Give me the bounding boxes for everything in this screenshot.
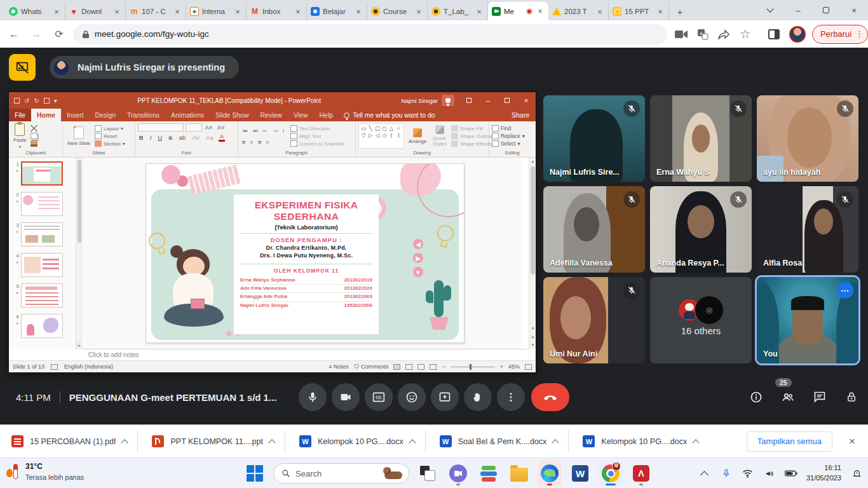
- text-shadow-button[interactable]: ab: [178, 134, 187, 141]
- participant-tile[interactable]: Adefilla Vanessa: [543, 186, 645, 273]
- download-item-docx[interactable]: WSoal Bel & Pem K....docx: [432, 431, 566, 452]
- more-options-button[interactable]: [497, 383, 525, 411]
- participant-tile[interactable]: Najmi Lufris Sire...: [543, 95, 645, 182]
- select-button[interactable]: Select▾: [492, 140, 525, 147]
- download-item-pdf[interactable]: 15 PERCOBAAN (1).pdf: [4, 431, 135, 452]
- download-menu-icon[interactable]: [552, 439, 559, 446]
- shape-fill-button[interactable]: Shape Fill: [451, 125, 492, 132]
- ppt-tab-help[interactable]: Help: [314, 109, 339, 121]
- align-text-button[interactable]: Align Text: [290, 133, 344, 139]
- captions-button[interactable]: CC: [365, 383, 393, 411]
- slideshow-icon[interactable]: [430, 364, 437, 370]
- chrome-icon[interactable]: [599, 461, 623, 486]
- task-view-button[interactable]: [416, 461, 440, 486]
- tab-internal[interactable]: ♣Interna×: [186, 3, 247, 20]
- notifications-icon[interactable]: z: [850, 467, 863, 480]
- zoom-level[interactable]: 45%: [508, 363, 520, 370]
- download-item-ppt[interactable]: PPT KELOMPOK 11....ppt: [144, 431, 281, 452]
- meeting-details-icon[interactable]: [749, 390, 764, 405]
- participant-tile[interactable]: ayu iin hidayah: [757, 95, 858, 182]
- tab-close-icon[interactable]: ×: [52, 7, 61, 17]
- replace-button[interactable]: Replace▾: [492, 133, 525, 139]
- layout-button[interactable]: Layout▾: [95, 125, 125, 132]
- tab-close-icon[interactable]: ×: [536, 6, 545, 16]
- chrome-update-button[interactable]: Perbarui ⋮: [812, 25, 868, 44]
- tab-moodle[interactable]: m107 - C×: [126, 3, 186, 20]
- profile-avatar[interactable]: [789, 26, 806, 43]
- download-menu-icon[interactable]: [409, 439, 416, 446]
- downloads-bar-close-icon[interactable]: ×: [843, 432, 862, 451]
- participant-tile[interactable]: Alfia Rosa: [757, 186, 858, 273]
- notes-toggle[interactable]: ≡ Notes: [329, 363, 348, 370]
- ppt-share-button[interactable]: Share: [512, 111, 529, 119]
- paste-button[interactable]: Paste▾: [11, 123, 28, 149]
- notes-pane[interactable]: Click to add notes: [82, 349, 529, 360]
- download-menu-icon[interactable]: [268, 439, 275, 446]
- character-spacing-button[interactable]: AV: [191, 134, 201, 141]
- tab-close-icon[interactable]: ×: [233, 7, 242, 17]
- tab-tlab[interactable]: T_Lab_×: [428, 3, 488, 20]
- normal-view-icon[interactable]: [393, 364, 400, 370]
- thumbnail-scrollbar[interactable]: ▾: [76, 158, 82, 349]
- undo-icon[interactable]: ↺: [24, 97, 29, 104]
- tab-whatsapp[interactable]: Whats×: [5, 3, 65, 20]
- bookmark-star-icon[interactable]: ☆: [738, 27, 753, 42]
- reset-button[interactable]: Reset: [95, 133, 125, 139]
- new-tab-button[interactable]: +: [672, 3, 688, 20]
- ppt-tab-file[interactable]: File: [9, 109, 31, 121]
- arrange-button[interactable]: Arrange: [407, 123, 428, 149]
- ppt-restore-button[interactable]: [498, 92, 517, 109]
- ppt-minimize-button[interactable]: –: [478, 92, 498, 109]
- ppt-tab-design[interactable]: Design: [89, 109, 121, 121]
- side-panel-icon[interactable]: [767, 27, 782, 42]
- slide-thumbnail-2[interactable]: 2★: [13, 192, 76, 216]
- download-menu-icon[interactable]: [121, 439, 128, 446]
- shape-effects-button[interactable]: Shape Effects: [451, 140, 492, 147]
- increase-font-icon[interactable]: A˄: [204, 124, 214, 131]
- ppt-ribbon-display-icon[interactable]: [459, 92, 478, 109]
- tab-close-icon[interactable]: ×: [173, 7, 182, 17]
- maximize-button[interactable]: [812, 0, 840, 20]
- show-all-downloads-button[interactable]: Tampilkan semua: [747, 431, 832, 452]
- slide-sorter-icon[interactable]: [405, 364, 412, 370]
- ppt-tab-animations[interactable]: Animations: [165, 109, 210, 121]
- slide-scrollbar[interactable]: ▲ ▼ ▲ ▼: [529, 158, 536, 349]
- tray-expand-icon[interactable]: [698, 467, 711, 480]
- address-bar[interactable]: meet.google.com/fgy-wotu-igc: [73, 24, 667, 44]
- tab-drive[interactable]: 2023 T×: [548, 3, 609, 20]
- wifi-icon[interactable]: [742, 467, 754, 480]
- ppt-tab-home[interactable]: Home: [31, 109, 61, 121]
- word-icon[interactable]: W: [568, 461, 592, 486]
- host-controls-icon[interactable]: [844, 390, 859, 405]
- download-menu-icon[interactable]: [692, 439, 699, 446]
- tab-slides[interactable]: 15 PPT×: [609, 3, 669, 20]
- slide-thumbnail-4[interactable]: 4★: [13, 253, 76, 277]
- shape-outline-button[interactable]: Shape Outline: [451, 133, 492, 139]
- cut-button[interactable]: [31, 125, 37, 132]
- save-icon[interactable]: [14, 98, 20, 104]
- ppt-close-button[interactable]: ×: [517, 92, 536, 109]
- file-explorer-icon[interactable]: [507, 461, 531, 486]
- back-icon[interactable]: ←: [5, 25, 23, 43]
- mic-button[interactable]: [299, 383, 327, 411]
- reload-icon[interactable]: ⟳: [50, 25, 68, 43]
- video-chat-app-icon[interactable]: [446, 461, 470, 486]
- edge-icon[interactable]: [538, 461, 562, 486]
- reading-view-icon[interactable]: [417, 364, 424, 370]
- find-button[interactable]: Find: [492, 125, 525, 132]
- tab-close-icon[interactable]: ×: [354, 7, 363, 17]
- translate-icon[interactable]: a: [695, 27, 710, 42]
- download-item-docx[interactable]: WKelompok 10 PG....docx: [575, 431, 706, 452]
- participant-tile[interactable]: Erna Wahyu S: [650, 95, 752, 182]
- tab-search-icon[interactable]: [756, 0, 784, 20]
- ppt-account-avatar[interactable]: [442, 95, 454, 106]
- strikethrough-button[interactable]: S: [167, 134, 173, 141]
- volume-icon[interactable]: [763, 467, 776, 480]
- tab-close-icon[interactable]: ×: [112, 7, 121, 17]
- tab-belajar[interactable]: Belajar×: [307, 3, 367, 20]
- ppt-tab-slideshow[interactable]: Slide Show: [210, 109, 255, 121]
- ppt-tab-transitions[interactable]: Transitions: [121, 109, 165, 121]
- slide-thumbnail-1[interactable]: 1★: [13, 161, 76, 186]
- start-from-beginning-icon[interactable]: [44, 98, 50, 104]
- smartart-button[interactable]: Convert to SmartArt: [290, 140, 344, 147]
